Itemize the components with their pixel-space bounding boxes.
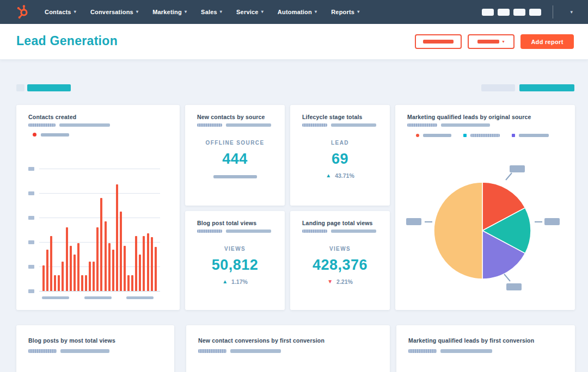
card-new-contacts-by-source: New contacts by source OFFLINE SOURCE 44…	[185, 105, 285, 206]
y-tick-placeholder	[28, 289, 34, 293]
card-subtitle-placeholder	[198, 349, 281, 353]
nav-action-placeholder-icon[interactable]	[529, 9, 541, 16]
bar	[62, 262, 64, 291]
sprocket-icon	[16, 4, 31, 20]
nav-item-sales[interactable]: Sales▾	[201, 9, 222, 15]
chart-legend-item[interactable]	[512, 134, 549, 137]
card-title: Contacts created	[28, 114, 76, 120]
card-mql-by-original-source: Marketing qualified leads by original so…	[395, 105, 575, 310]
legend-marker	[512, 134, 515, 137]
card-subtitle-placeholder	[197, 230, 271, 233]
page-title: Lead Generation	[16, 34, 118, 48]
metric-value: 428,376	[290, 257, 390, 274]
nav-item-marketing[interactable]: Marketing▾	[152, 9, 187, 15]
add-report-button[interactable]: Add report	[520, 34, 574, 49]
arrow-down-icon: ▼	[327, 279, 333, 284]
bar	[46, 250, 48, 292]
nav-action-placeholder-icon[interactable]	[513, 9, 525, 16]
chevron-down-icon: ▾	[220, 10, 222, 14]
bar	[70, 246, 72, 291]
card-title: Landing page total views	[302, 220, 373, 226]
card-subtitle-placeholder	[408, 349, 492, 353]
pie-slice	[434, 182, 482, 279]
header-actions: ▾ Add report	[415, 34, 574, 49]
legend-marker	[33, 133, 36, 137]
text-placeholder	[423, 40, 454, 44]
dashboard-filter-left[interactable]	[27, 84, 71, 91]
card-new-contact-conversions: New contact conversions by first convers…	[186, 325, 390, 372]
chevron-down-icon: ▾	[261, 10, 264, 14]
metric-value: 50,812	[185, 257, 285, 274]
bar	[81, 275, 83, 291]
chevron-down-icon: ▾	[136, 10, 138, 14]
nav-item-reports[interactable]: Reports▾	[331, 9, 359, 15]
chart-legend-item[interactable]	[463, 134, 500, 137]
chart-legend-item[interactable]	[33, 133, 69, 137]
header-dropdown-button[interactable]: ▾	[468, 34, 514, 49]
chevron-down-icon[interactable]: ▾	[570, 9, 573, 15]
metric-label: LEAD	[290, 140, 390, 146]
text-placeholder	[477, 40, 499, 44]
chart-legend-item[interactable]	[416, 134, 451, 137]
chevron-down-icon: ▾	[502, 40, 504, 44]
x-label-placeholder	[42, 296, 69, 299]
metric-label: VIEWS	[290, 246, 390, 252]
bar-chart	[39, 169, 160, 291]
legend-label-placeholder	[41, 133, 69, 137]
card-subtitle-placeholder	[302, 123, 376, 127]
chevron-down-icon: ▾	[185, 10, 187, 14]
hubspot-logo[interactable]	[15, 3, 32, 21]
nav-item-automation[interactable]: Automation▾	[278, 9, 317, 15]
filter-icon-placeholder	[16, 84, 24, 91]
bar	[89, 262, 91, 291]
bar	[42, 265, 45, 291]
metric-value: 444	[185, 151, 285, 168]
y-tick-placeholder	[28, 167, 34, 171]
nav-action-placeholder-icon[interactable]	[498, 9, 510, 16]
bar-series	[39, 169, 160, 291]
card-subtitle-placeholder	[28, 349, 109, 353]
legend-label-placeholder	[423, 134, 451, 137]
legend-marker	[416, 134, 419, 137]
chevron-down-icon: ▾	[357, 10, 359, 14]
bar	[120, 212, 122, 291]
card-title: Blog post total views	[197, 220, 256, 226]
metric-label: OFFLINE SOURCE	[185, 140, 285, 146]
card-lifecycle-stage-totals: Lifecycle stage totals LEAD 69 ▲ 43.71%	[290, 105, 390, 206]
nav-item-contacts[interactable]: Contacts▾	[45, 9, 76, 15]
legend-label-placeholder	[519, 134, 549, 137]
pie-chart	[395, 148, 575, 310]
card-title: Marketing qualified leads by first conve…	[408, 337, 534, 344]
card-landing-page-total-views: Landing page total views VIEWS 428,376 ▼…	[290, 211, 390, 310]
bar	[139, 255, 141, 292]
bar	[143, 236, 145, 291]
card-title: Marketing qualified leads by original so…	[407, 114, 531, 120]
top-navigation: Contacts▾ Conversations▾ Marketing▾ Sale…	[0, 0, 588, 24]
y-tick-placeholder	[28, 191, 34, 195]
y-tick-placeholder	[28, 265, 34, 269]
pie-label-placeholder	[510, 165, 525, 172]
x-label-placeholder	[84, 296, 112, 299]
bar	[74, 255, 76, 292]
card-mql-by-first-conversion: Marketing qualified leads by first conve…	[396, 325, 575, 372]
y-tick-placeholder	[28, 216, 34, 220]
nav-actions: ▾	[482, 0, 588, 24]
card-subtitle-placeholder	[28, 123, 110, 127]
card-blog-posts-by-most-total-views: Blog posts by most total views	[16, 325, 174, 372]
metric-delta: ▲ 43.71%	[290, 172, 390, 179]
header-outline-button[interactable]	[415, 34, 462, 49]
card-subtitle-placeholder	[197, 123, 271, 127]
card-subtitle-placeholder	[407, 123, 490, 127]
dashboard-filter-right[interactable]	[519, 84, 574, 91]
nav-item-conversations[interactable]: Conversations▾	[90, 9, 138, 15]
pie-label-placeholder	[406, 218, 421, 225]
bar	[131, 275, 133, 291]
nav-action-placeholder-icon[interactable]	[482, 9, 494, 16]
bar	[66, 227, 68, 291]
page-header: Lead Generation ▾ Add report	[0, 24, 588, 60]
chevron-down-icon: ▾	[315, 10, 317, 14]
bar	[77, 243, 79, 291]
bar	[108, 243, 111, 291]
nav-item-service[interactable]: Service▾	[236, 9, 264, 15]
bar	[96, 227, 99, 291]
